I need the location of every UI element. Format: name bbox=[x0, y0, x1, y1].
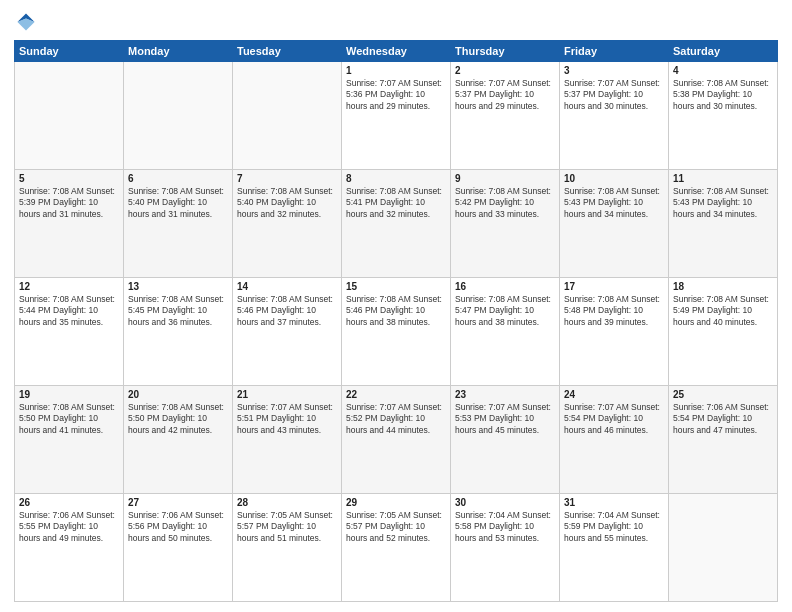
day-number: 8 bbox=[346, 173, 446, 184]
day-number: 24 bbox=[564, 389, 664, 400]
day-info: Sunrise: 7:08 AM Sunset: 5:46 PM Dayligh… bbox=[237, 294, 337, 328]
day-info: Sunrise: 7:08 AM Sunset: 5:43 PM Dayligh… bbox=[673, 186, 773, 220]
day-number: 28 bbox=[237, 497, 337, 508]
day-cell: 11Sunrise: 7:08 AM Sunset: 5:43 PM Dayli… bbox=[669, 170, 778, 278]
week-row-1: 1Sunrise: 7:07 AM Sunset: 5:36 PM Daylig… bbox=[15, 62, 778, 170]
calendar-table: SundayMondayTuesdayWednesdayThursdayFrid… bbox=[14, 40, 778, 602]
header-day-thursday: Thursday bbox=[451, 41, 560, 62]
week-row-2: 5Sunrise: 7:08 AM Sunset: 5:39 PM Daylig… bbox=[15, 170, 778, 278]
day-info: Sunrise: 7:08 AM Sunset: 5:49 PM Dayligh… bbox=[673, 294, 773, 328]
day-info: Sunrise: 7:07 AM Sunset: 5:37 PM Dayligh… bbox=[564, 78, 664, 112]
day-cell: 3Sunrise: 7:07 AM Sunset: 5:37 PM Daylig… bbox=[560, 62, 669, 170]
day-info: Sunrise: 7:06 AM Sunset: 5:54 PM Dayligh… bbox=[673, 402, 773, 436]
day-cell: 16Sunrise: 7:08 AM Sunset: 5:47 PM Dayli… bbox=[451, 278, 560, 386]
day-cell: 23Sunrise: 7:07 AM Sunset: 5:53 PM Dayli… bbox=[451, 386, 560, 494]
day-number: 31 bbox=[564, 497, 664, 508]
day-info: Sunrise: 7:08 AM Sunset: 5:39 PM Dayligh… bbox=[19, 186, 119, 220]
day-info: Sunrise: 7:08 AM Sunset: 5:43 PM Dayligh… bbox=[564, 186, 664, 220]
day-info: Sunrise: 7:08 AM Sunset: 5:38 PM Dayligh… bbox=[673, 78, 773, 112]
day-number: 30 bbox=[455, 497, 555, 508]
week-row-4: 19Sunrise: 7:08 AM Sunset: 5:50 PM Dayli… bbox=[15, 386, 778, 494]
day-info: Sunrise: 7:08 AM Sunset: 5:47 PM Dayligh… bbox=[455, 294, 555, 328]
day-cell: 4Sunrise: 7:08 AM Sunset: 5:38 PM Daylig… bbox=[669, 62, 778, 170]
day-cell: 9Sunrise: 7:08 AM Sunset: 5:42 PM Daylig… bbox=[451, 170, 560, 278]
header-day-saturday: Saturday bbox=[669, 41, 778, 62]
day-info: Sunrise: 7:08 AM Sunset: 5:42 PM Dayligh… bbox=[455, 186, 555, 220]
day-number: 4 bbox=[673, 65, 773, 76]
day-number: 9 bbox=[455, 173, 555, 184]
day-number: 23 bbox=[455, 389, 555, 400]
day-cell: 17Sunrise: 7:08 AM Sunset: 5:48 PM Dayli… bbox=[560, 278, 669, 386]
day-cell: 24Sunrise: 7:07 AM Sunset: 5:54 PM Dayli… bbox=[560, 386, 669, 494]
day-number: 27 bbox=[128, 497, 228, 508]
day-cell: 27Sunrise: 7:06 AM Sunset: 5:56 PM Dayli… bbox=[124, 494, 233, 602]
day-number: 19 bbox=[19, 389, 119, 400]
day-info: Sunrise: 7:07 AM Sunset: 5:51 PM Dayligh… bbox=[237, 402, 337, 436]
day-number: 22 bbox=[346, 389, 446, 400]
day-number: 25 bbox=[673, 389, 773, 400]
day-number: 3 bbox=[564, 65, 664, 76]
day-number: 2 bbox=[455, 65, 555, 76]
week-row-3: 12Sunrise: 7:08 AM Sunset: 5:44 PM Dayli… bbox=[15, 278, 778, 386]
day-cell bbox=[233, 62, 342, 170]
day-cell: 29Sunrise: 7:05 AM Sunset: 5:57 PM Dayli… bbox=[342, 494, 451, 602]
header-row: SundayMondayTuesdayWednesdayThursdayFrid… bbox=[15, 41, 778, 62]
day-cell: 13Sunrise: 7:08 AM Sunset: 5:45 PM Dayli… bbox=[124, 278, 233, 386]
day-cell: 8Sunrise: 7:08 AM Sunset: 5:41 PM Daylig… bbox=[342, 170, 451, 278]
day-cell: 7Sunrise: 7:08 AM Sunset: 5:40 PM Daylig… bbox=[233, 170, 342, 278]
day-cell: 30Sunrise: 7:04 AM Sunset: 5:58 PM Dayli… bbox=[451, 494, 560, 602]
day-info: Sunrise: 7:08 AM Sunset: 5:50 PM Dayligh… bbox=[19, 402, 119, 436]
day-number: 18 bbox=[673, 281, 773, 292]
header-day-monday: Monday bbox=[124, 41, 233, 62]
day-cell bbox=[669, 494, 778, 602]
day-cell: 2Sunrise: 7:07 AM Sunset: 5:37 PM Daylig… bbox=[451, 62, 560, 170]
day-number: 10 bbox=[564, 173, 664, 184]
day-number: 12 bbox=[19, 281, 119, 292]
week-row-5: 26Sunrise: 7:06 AM Sunset: 5:55 PM Dayli… bbox=[15, 494, 778, 602]
day-number: 14 bbox=[237, 281, 337, 292]
day-cell: 12Sunrise: 7:08 AM Sunset: 5:44 PM Dayli… bbox=[15, 278, 124, 386]
day-number: 21 bbox=[237, 389, 337, 400]
day-number: 13 bbox=[128, 281, 228, 292]
day-number: 29 bbox=[346, 497, 446, 508]
day-cell bbox=[124, 62, 233, 170]
day-info: Sunrise: 7:06 AM Sunset: 5:56 PM Dayligh… bbox=[128, 510, 228, 544]
day-info: Sunrise: 7:07 AM Sunset: 5:53 PM Dayligh… bbox=[455, 402, 555, 436]
day-number: 20 bbox=[128, 389, 228, 400]
day-number: 17 bbox=[564, 281, 664, 292]
day-info: Sunrise: 7:05 AM Sunset: 5:57 PM Dayligh… bbox=[237, 510, 337, 544]
day-cell: 19Sunrise: 7:08 AM Sunset: 5:50 PM Dayli… bbox=[15, 386, 124, 494]
day-cell: 26Sunrise: 7:06 AM Sunset: 5:55 PM Dayli… bbox=[15, 494, 124, 602]
day-info: Sunrise: 7:04 AM Sunset: 5:58 PM Dayligh… bbox=[455, 510, 555, 544]
day-number: 15 bbox=[346, 281, 446, 292]
header-day-tuesday: Tuesday bbox=[233, 41, 342, 62]
day-info: Sunrise: 7:04 AM Sunset: 5:59 PM Dayligh… bbox=[564, 510, 664, 544]
header-day-wednesday: Wednesday bbox=[342, 41, 451, 62]
day-info: Sunrise: 7:07 AM Sunset: 5:37 PM Dayligh… bbox=[455, 78, 555, 112]
day-cell: 20Sunrise: 7:08 AM Sunset: 5:50 PM Dayli… bbox=[124, 386, 233, 494]
day-cell: 25Sunrise: 7:06 AM Sunset: 5:54 PM Dayli… bbox=[669, 386, 778, 494]
day-info: Sunrise: 7:08 AM Sunset: 5:40 PM Dayligh… bbox=[237, 186, 337, 220]
logo-icon bbox=[14, 10, 38, 34]
day-cell: 10Sunrise: 7:08 AM Sunset: 5:43 PM Dayli… bbox=[560, 170, 669, 278]
header-day-sunday: Sunday bbox=[15, 41, 124, 62]
day-info: Sunrise: 7:07 AM Sunset: 5:54 PM Dayligh… bbox=[564, 402, 664, 436]
day-number: 26 bbox=[19, 497, 119, 508]
day-info: Sunrise: 7:08 AM Sunset: 5:48 PM Dayligh… bbox=[564, 294, 664, 328]
logo bbox=[14, 10, 42, 34]
day-cell: 14Sunrise: 7:08 AM Sunset: 5:46 PM Dayli… bbox=[233, 278, 342, 386]
day-number: 16 bbox=[455, 281, 555, 292]
day-info: Sunrise: 7:07 AM Sunset: 5:52 PM Dayligh… bbox=[346, 402, 446, 436]
day-number: 7 bbox=[237, 173, 337, 184]
day-info: Sunrise: 7:08 AM Sunset: 5:41 PM Dayligh… bbox=[346, 186, 446, 220]
day-cell: 15Sunrise: 7:08 AM Sunset: 5:46 PM Dayli… bbox=[342, 278, 451, 386]
day-info: Sunrise: 7:08 AM Sunset: 5:44 PM Dayligh… bbox=[19, 294, 119, 328]
day-number: 11 bbox=[673, 173, 773, 184]
day-cell: 18Sunrise: 7:08 AM Sunset: 5:49 PM Dayli… bbox=[669, 278, 778, 386]
day-cell bbox=[15, 62, 124, 170]
day-cell: 22Sunrise: 7:07 AM Sunset: 5:52 PM Dayli… bbox=[342, 386, 451, 494]
day-cell: 5Sunrise: 7:08 AM Sunset: 5:39 PM Daylig… bbox=[15, 170, 124, 278]
day-cell: 1Sunrise: 7:07 AM Sunset: 5:36 PM Daylig… bbox=[342, 62, 451, 170]
day-info: Sunrise: 7:08 AM Sunset: 5:45 PM Dayligh… bbox=[128, 294, 228, 328]
day-number: 1 bbox=[346, 65, 446, 76]
